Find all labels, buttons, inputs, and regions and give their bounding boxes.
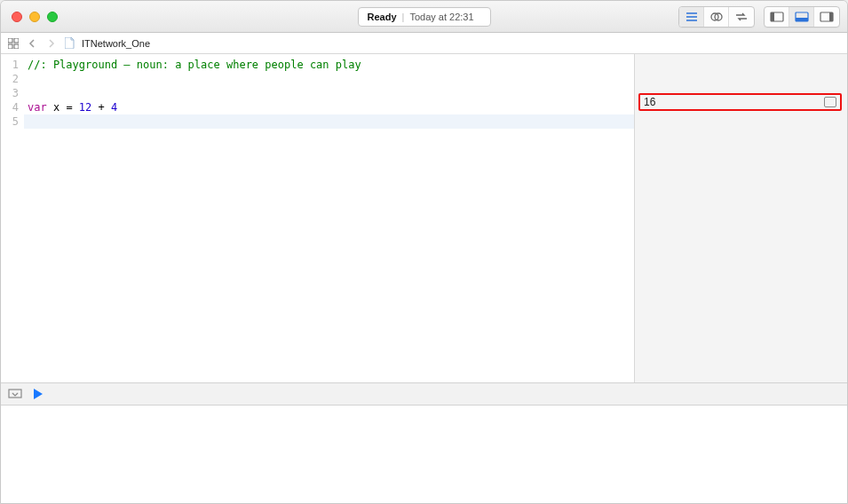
code-token: = [66, 101, 72, 114]
code-token: var [28, 101, 47, 114]
results-sidebar: 16 [634, 54, 847, 382]
code-token [73, 101, 79, 114]
svg-rect-9 [14, 38, 19, 43]
titlebar: Ready | Today at 22:31 [1, 1, 847, 33]
activity-status: Ready | Today at 22:31 [358, 7, 491, 27]
breadcrumb-file[interactable]: ITNetwork_One [82, 38, 150, 49]
status-text: Ready [368, 12, 397, 22]
code-area[interactable]: //: Playground – noun: a place where peo… [24, 54, 634, 382]
line-number: 5 [1, 114, 24, 129]
right-panel-icon [820, 12, 834, 22]
result-value: 16 [644, 96, 824, 108]
svg-rect-8 [8, 38, 12, 43]
line-number: 3 [1, 86, 24, 100]
venn-icon [709, 12, 724, 22]
left-panel-toggle[interactable] [765, 7, 789, 27]
arrows-icon [734, 12, 749, 22]
standard-editor-button[interactable] [679, 7, 704, 27]
breadcrumb-bar: ITNetwork_One [1, 33, 847, 54]
main-area: 12345 //: Playground – noun: a place whe… [1, 54, 847, 382]
chevron-left-icon [28, 39, 36, 48]
debug-panel-toggle[interactable] [8, 389, 22, 399]
lines-icon [686, 12, 698, 22]
svg-rect-11 [14, 44, 19, 49]
debug-bar [1, 382, 847, 406]
zoom-window-button[interactable] [47, 12, 58, 22]
play-icon [33, 388, 44, 400]
svg-rect-10 [8, 44, 12, 49]
nav-back-button[interactable] [26, 37, 38, 50]
code-token [105, 101, 111, 114]
code-line[interactable]: //: Playground – noun: a place where peo… [24, 58, 634, 72]
code-token: + [99, 101, 105, 114]
line-gutter: 12345 [1, 54, 24, 382]
left-panel-icon [770, 12, 784, 22]
related-items-button[interactable] [8, 38, 19, 49]
code-token: x [47, 101, 67, 114]
editor-pane[interactable]: 12345 //: Playground – noun: a place whe… [1, 54, 634, 382]
code-line[interactable]: var x = 12 + 4 [24, 100, 634, 114]
code-line[interactable] [24, 114, 634, 129]
quicklook-button[interactable] [824, 97, 836, 107]
window-controls [12, 12, 58, 22]
right-panel-toggle[interactable] [814, 7, 839, 27]
run-button[interactable] [33, 388, 44, 400]
line-number: 2 [1, 72, 24, 86]
grid-icon [8, 38, 19, 49]
assistant-editor-button[interactable] [704, 7, 729, 27]
code-token: //: Playground – noun: a place where peo… [28, 59, 361, 71]
editor-options-group [678, 6, 755, 28]
nav-forward-button[interactable] [45, 37, 58, 50]
code-token: 4 [111, 101, 117, 114]
svg-rect-7 [829, 12, 833, 21]
svg-rect-5 [796, 18, 808, 21]
console-area[interactable] [1, 406, 847, 503]
minimize-window-button[interactable] [29, 12, 40, 22]
bottom-panel-icon [795, 12, 809, 22]
code-token: 12 [79, 101, 91, 114]
right-toolbar [678, 6, 840, 28]
version-editor-button[interactable] [729, 7, 754, 27]
status-timestamp: Today at 22:31 [409, 12, 473, 22]
bottom-panel-toggle[interactable] [789, 7, 814, 27]
svg-rect-3 [771, 12, 774, 21]
file-icon [65, 37, 75, 49]
panel-toggles-group [764, 6, 840, 28]
chevron-right-icon [48, 39, 55, 48]
panel-down-icon [8, 389, 22, 399]
line-number: 1 [1, 58, 24, 72]
status-separator: | [402, 12, 405, 22]
code-line[interactable] [24, 86, 634, 100]
line-number: 4 [1, 100, 24, 114]
code-line[interactable] [24, 72, 634, 86]
result-row[interactable]: 16 [638, 93, 842, 111]
code-token [91, 101, 98, 114]
close-window-button[interactable] [12, 12, 22, 22]
